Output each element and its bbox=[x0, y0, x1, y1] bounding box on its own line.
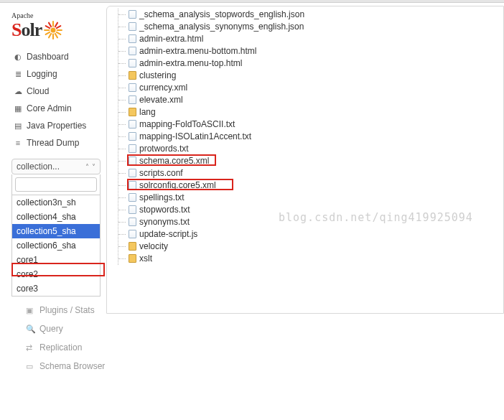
nav-label: Thread Dump bbox=[27, 138, 79, 148]
svg-line-6 bbox=[55, 34, 57, 37]
folder-node[interactable]: clustering bbox=[118, 70, 497, 82]
node-label: admin-extra.menu-top.html bbox=[139, 58, 242, 68]
node-label: elevate.xml bbox=[139, 95, 183, 105]
file-icon bbox=[129, 59, 136, 67]
core-admin-icon: ▦ bbox=[13, 104, 23, 113]
file-node[interactable]: _schema_analysis_synonyms_english.json bbox=[118, 21, 497, 33]
file-icon bbox=[129, 169, 136, 177]
core-search-input[interactable] bbox=[15, 177, 97, 192]
core-selector-header[interactable]: collection... ˄ ˅ bbox=[11, 159, 101, 174]
file-node[interactable]: admin-extra.menu-top.html bbox=[118, 57, 497, 70]
core-option[interactable]: core1 bbox=[12, 253, 100, 267]
node-label: solrconfig.core5.xml bbox=[139, 180, 216, 190]
core-selector: collection... ˄ ˅ collection3n_shcollect… bbox=[11, 159, 101, 298]
replication-icon: ⇄ bbox=[26, 343, 36, 353]
node-label: xslt bbox=[139, 253, 152, 263]
core-selector-placeholder: collection... bbox=[17, 162, 60, 172]
core-selector-list: collection3n_shcollection4_shacollection… bbox=[11, 195, 101, 297]
sun-icon bbox=[43, 20, 63, 40]
node-label: lang bbox=[139, 107, 156, 117]
file-icon bbox=[129, 83, 136, 92]
node-label: admin-extra.menu-bottom.html bbox=[139, 46, 256, 56]
file-node[interactable]: mapping-FoldToASCII.txt bbox=[118, 118, 497, 131]
file-node[interactable]: schema.core5.xml bbox=[118, 155, 497, 167]
subnav-item-schema-browser[interactable]: ▭Schema Browser bbox=[26, 357, 106, 375]
svg-line-8 bbox=[49, 34, 51, 37]
core-option[interactable]: core3 bbox=[12, 281, 100, 296]
node-label: synonyms.txt bbox=[139, 217, 190, 227]
file-icon bbox=[129, 144, 136, 153]
file-node[interactable]: admin-extra.html bbox=[118, 33, 497, 45]
node-label: currency.xml bbox=[139, 83, 187, 93]
nav-label: Core Admin bbox=[27, 103, 72, 113]
logging-icon: ≣ bbox=[13, 70, 23, 79]
file-icon bbox=[129, 205, 136, 214]
file-icon bbox=[129, 218, 136, 226]
core-selector-search bbox=[11, 174, 101, 195]
file-node[interactable]: synonyms.txt bbox=[118, 216, 497, 228]
nav-item-core-admin[interactable]: ▦Core Admin bbox=[11, 100, 106, 117]
node-label: stopwords.txt bbox=[139, 205, 190, 215]
folder-icon bbox=[129, 242, 136, 251]
folder-icon bbox=[129, 71, 136, 80]
subnav-item-query[interactable]: 🔍Query bbox=[26, 319, 106, 338]
nav-label: Dashboard bbox=[27, 52, 69, 62]
core-option[interactable]: collection4_sha bbox=[12, 210, 100, 224]
chevron-up-icon: ˄ bbox=[85, 163, 89, 171]
nav-item-cloud[interactable]: ☁Cloud bbox=[11, 83, 106, 100]
folder-icon bbox=[129, 254, 136, 263]
svg-line-9 bbox=[46, 32, 50, 34]
subnav-item-replication[interactable]: ⇄Replication bbox=[26, 338, 106, 357]
file-icon bbox=[129, 193, 136, 202]
file-icon bbox=[129, 95, 136, 104]
svg-line-12 bbox=[49, 23, 51, 27]
folder-node[interactable]: lang bbox=[118, 106, 497, 118]
nav-label: Logging bbox=[27, 69, 57, 79]
file-node[interactable]: solrconfig.core5.xml bbox=[118, 179, 497, 192]
file-node[interactable]: spellings.txt bbox=[118, 192, 497, 204]
file-icon bbox=[129, 157, 136, 165]
cloud-icon: ☁ bbox=[13, 87, 23, 96]
nav-label: Java Properties bbox=[27, 121, 86, 131]
dashboard-icon: ◐ bbox=[13, 52, 23, 62]
file-icon bbox=[129, 47, 136, 55]
main-nav: ◐Dashboard≣Logging☁Cloud▦Core Admin▤Java… bbox=[11, 48, 106, 151]
core-option[interactable]: collection6_sha bbox=[12, 238, 100, 253]
file-node[interactable]: mapping-ISOLatin1Accent.txt bbox=[118, 131, 497, 143]
logo: Apache Solr bbox=[11, 11, 106, 41]
node-label: spellings.txt bbox=[139, 192, 185, 202]
java-props-icon: ▤ bbox=[13, 121, 23, 131]
file-node[interactable]: update-script.js bbox=[118, 228, 497, 241]
nav-item-dashboard[interactable]: ◐Dashboard bbox=[11, 48, 106, 65]
chevron-down-icon: ˅ bbox=[92, 163, 95, 171]
node-label: mapping-FoldToASCII.txt bbox=[139, 119, 235, 129]
subnav-item-plugins-stats[interactable]: ▣Plugins / Stats bbox=[26, 301, 106, 319]
file-node[interactable]: _schema_analysis_stopwords_english.json bbox=[118, 9, 497, 21]
logo-apache-text: Apache bbox=[11, 11, 106, 19]
svg-line-3 bbox=[57, 26, 60, 28]
file-node[interactable]: admin-extra.menu-bottom.html bbox=[118, 45, 497, 57]
logo-solr-text: Solr bbox=[11, 19, 42, 41]
file-node[interactable]: scripts.conf bbox=[118, 167, 497, 179]
subnav-label: Plugins / Stats bbox=[39, 305, 95, 315]
core-option[interactable]: collection3n_sh bbox=[12, 195, 100, 210]
file-node[interactable]: currency.xml bbox=[118, 82, 497, 94]
file-node[interactable]: stopwords.txt bbox=[118, 204, 497, 216]
nav-item-thread-dump[interactable]: ≡Thread Dump bbox=[11, 134, 106, 151]
subnav-label: Query bbox=[39, 324, 63, 334]
folder-node[interactable]: velocity bbox=[118, 241, 497, 253]
sidebar: Apache Solr bbox=[0, 3, 106, 420]
folder-icon bbox=[129, 108, 136, 116]
node-label: schema.core5.xml bbox=[139, 156, 209, 166]
core-option[interactable]: collection5_sha bbox=[12, 224, 100, 238]
nav-item-java-properties[interactable]: ▤Java Properties bbox=[11, 117, 106, 134]
file-node[interactable]: protwords.txt bbox=[118, 143, 497, 155]
nav-label: Cloud bbox=[27, 86, 49, 96]
file-icon bbox=[129, 181, 136, 190]
core-option[interactable]: core2 bbox=[12, 267, 100, 281]
folder-node[interactable]: xslt bbox=[118, 253, 497, 265]
thread-dump-icon: ≡ bbox=[13, 139, 23, 147]
node-label: update-script.js bbox=[139, 229, 197, 239]
file-node[interactable]: elevate.xml bbox=[118, 94, 497, 106]
nav-item-logging[interactable]: ≣Logging bbox=[11, 65, 106, 83]
